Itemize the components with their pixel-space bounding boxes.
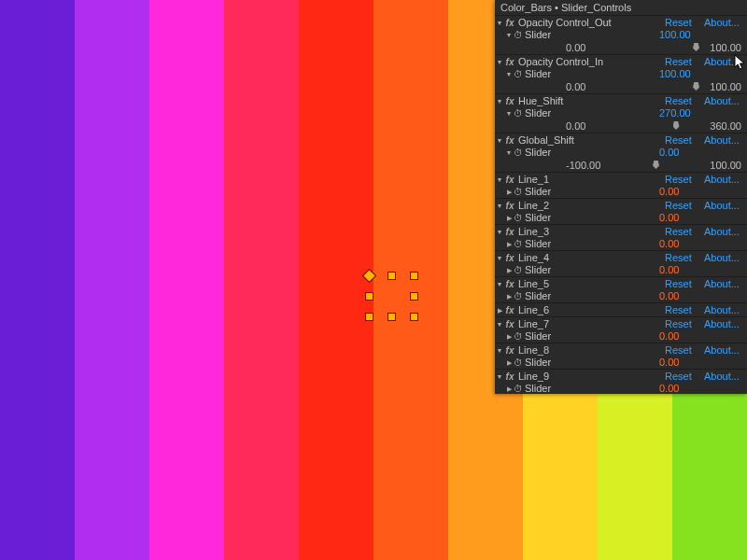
about-link[interactable]: About... <box>704 318 741 330</box>
twirl-effect[interactable] <box>495 134 504 147</box>
slider-range[interactable]: 0.00360.00 <box>495 119 747 133</box>
reset-link[interactable]: Reset <box>665 174 704 186</box>
stopwatch-icon[interactable]: ⏱ <box>514 107 523 119</box>
twirl-effect[interactable] <box>495 17 504 29</box>
slider-track[interactable] <box>616 125 697 127</box>
stopwatch-icon[interactable]: ⏱ <box>514 357 523 369</box>
twirl-slider[interactable] <box>504 68 514 80</box>
property-value[interactable]: 0.00 <box>659 238 704 250</box>
property-value[interactable]: 270.00 <box>659 107 704 119</box>
fx-badge-icon[interactable]: fx <box>504 95 515 107</box>
about-link[interactable]: About... <box>704 95 741 107</box>
property-value[interactable]: 0.00 <box>659 330 704 343</box>
twirl-slider[interactable] <box>504 186 514 198</box>
effect-name[interactable]: Line_7 <box>518 318 665 330</box>
about-link[interactable]: About... <box>704 344 741 357</box>
fx-badge-icon[interactable]: fx <box>504 344 515 357</box>
about-link[interactable]: About... <box>704 134 741 147</box>
about-link[interactable]: About... <box>704 56 741 68</box>
twirl-effect[interactable] <box>495 174 504 186</box>
resize-handle[interactable] <box>388 273 395 279</box>
twirl-slider[interactable] <box>504 264 514 276</box>
slider-track[interactable] <box>616 164 697 166</box>
slider-range[interactable]: 0.00100.00 <box>495 41 747 54</box>
twirl-slider[interactable] <box>504 147 514 159</box>
resize-handle[interactable] <box>366 314 373 320</box>
effect-name[interactable]: Line_4 <box>518 252 665 264</box>
stopwatch-icon[interactable]: ⏱ <box>514 68 523 80</box>
twirl-effect[interactable] <box>495 252 504 264</box>
twirl-slider[interactable] <box>504 212 514 224</box>
twirl-effect[interactable] <box>495 226 504 238</box>
property-value[interactable]: 0.00 <box>659 383 704 394</box>
property-value[interactable]: 0.00 <box>659 186 704 198</box>
resize-handle[interactable] <box>411 293 417 300</box>
twirl-effect[interactable] <box>495 56 504 68</box>
twirl-slider[interactable] <box>504 383 514 394</box>
fx-badge-icon[interactable]: fx <box>504 200 515 212</box>
twirl-effect[interactable] <box>495 278 504 290</box>
reset-link[interactable]: Reset <box>665 17 704 29</box>
slider-range[interactable]: 0.00100.00 <box>495 80 747 93</box>
slider-range[interactable]: -100.00100.00 <box>495 159 747 172</box>
fx-badge-icon[interactable]: fx <box>504 318 515 330</box>
reset-link[interactable]: Reset <box>665 344 704 357</box>
resize-handle[interactable] <box>366 293 373 300</box>
twirl-slider[interactable] <box>504 330 514 343</box>
reset-link[interactable]: Reset <box>665 200 704 212</box>
property-value[interactable]: 0.00 <box>659 264 704 276</box>
stopwatch-icon[interactable]: ⏱ <box>514 383 523 394</box>
effect-name[interactable]: Opacity Control_In <box>518 56 665 68</box>
property-value[interactable]: 0.00 <box>659 290 704 302</box>
fx-badge-icon[interactable]: fx <box>504 56 515 68</box>
stopwatch-icon[interactable]: ⏱ <box>514 147 523 159</box>
reset-link[interactable]: Reset <box>665 95 704 107</box>
reset-link[interactable]: Reset <box>665 371 704 383</box>
reset-link[interactable]: Reset <box>665 56 704 68</box>
twirl-effect[interactable] <box>495 95 504 107</box>
twirl-slider[interactable] <box>504 238 514 250</box>
property-value[interactable]: 0.00 <box>659 212 704 224</box>
effect-name[interactable]: Line_8 <box>518 344 665 357</box>
about-link[interactable]: About... <box>704 278 741 290</box>
layer-selection-box[interactable] <box>368 274 413 315</box>
stopwatch-icon[interactable]: ⏱ <box>514 186 523 198</box>
effect-name[interactable]: Line_9 <box>518 371 665 383</box>
slider-knob[interactable] <box>653 161 659 169</box>
fx-badge-icon[interactable]: fx <box>504 17 515 29</box>
fx-badge-icon[interactable]: fx <box>504 371 515 383</box>
stopwatch-icon[interactable]: ⏱ <box>514 212 523 224</box>
about-link[interactable]: About... <box>704 17 741 29</box>
stopwatch-icon[interactable]: ⏱ <box>514 29 523 41</box>
reset-link[interactable]: Reset <box>665 318 704 330</box>
reset-link[interactable]: Reset <box>665 278 704 290</box>
effect-name[interactable]: Opacity Control_Out <box>518 17 665 29</box>
resize-handle[interactable] <box>411 273 417 279</box>
slider-knob[interactable] <box>693 43 699 51</box>
about-link[interactable]: About... <box>704 174 741 186</box>
property-value[interactable]: 0.00 <box>659 357 704 369</box>
twirl-effect[interactable] <box>495 200 504 212</box>
about-link[interactable]: About... <box>704 200 741 212</box>
effect-name[interactable]: Global_Shift <box>518 134 665 147</box>
fx-badge-icon[interactable]: fx <box>504 226 515 238</box>
effect-name[interactable]: Line_1 <box>518 174 665 186</box>
property-value[interactable]: 100.00 <box>659 68 704 80</box>
fx-badge-icon[interactable]: fx <box>504 278 515 290</box>
fx-badge-icon[interactable]: fx <box>504 252 515 264</box>
twirl-effect[interactable] <box>495 318 504 330</box>
resize-handle[interactable] <box>388 314 395 320</box>
effect-name[interactable]: Line_3 <box>518 226 665 238</box>
effect-name[interactable]: Line_2 <box>518 200 665 212</box>
stopwatch-icon[interactable]: ⏱ <box>514 290 523 302</box>
fx-badge-icon[interactable]: fx <box>504 304 515 316</box>
slider-track[interactable] <box>616 47 697 49</box>
fx-badge-icon[interactable]: fx <box>504 174 515 186</box>
about-link[interactable]: About... <box>704 371 741 383</box>
about-link[interactable]: About... <box>704 252 741 264</box>
effect-name[interactable]: Line_5 <box>518 278 665 290</box>
slider-knob[interactable] <box>673 121 680 130</box>
twirl-slider[interactable] <box>504 357 514 369</box>
twirl-effect[interactable] <box>495 304 504 316</box>
fx-badge-icon[interactable]: fx <box>504 134 515 147</box>
